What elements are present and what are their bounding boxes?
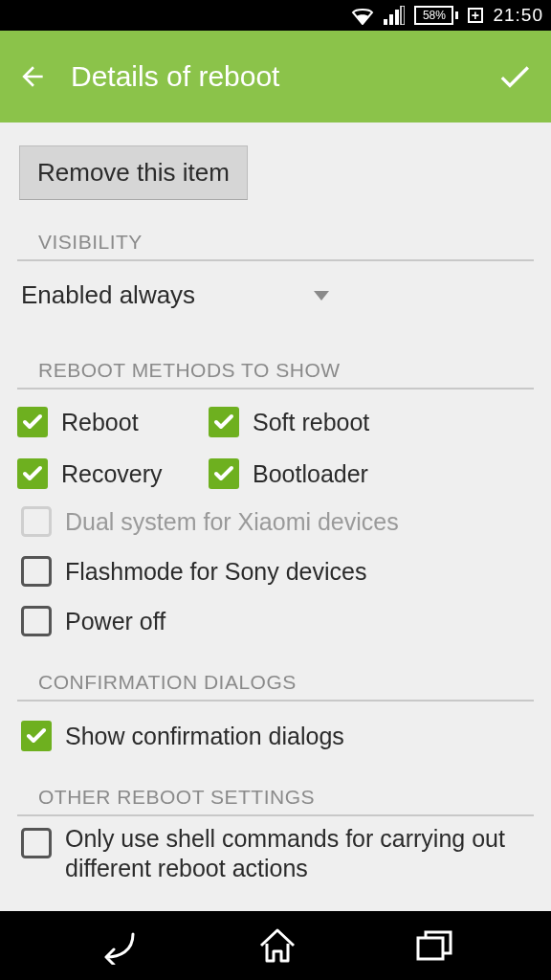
checkbox-unchecked-icon [21, 556, 52, 587]
checkbox-checked-icon [21, 721, 52, 751]
checkbox-show-confirmation[interactable]: Show confirmation dialogs [17, 711, 534, 761]
app-bar: Details of reboot [0, 31, 551, 122]
checkbox-label: Reboot [61, 409, 139, 436]
wifi-icon [351, 6, 374, 25]
navigation-bar [0, 911, 551, 980]
checkbox-label: Flashmode for Sony devices [65, 558, 366, 586]
checkbox-label: Dual system for Xiaomi devices [65, 508, 399, 536]
svg-rect-10 [23, 608, 51, 635]
svg-rect-0 [384, 19, 387, 25]
nav-recent-icon[interactable] [414, 926, 454, 965]
checkbox-label: Only use shell commands for carrying out… [65, 824, 530, 884]
checkbox-dual-system: Dual system for Xiaomi devices [17, 497, 534, 546]
checkbox-power-off[interactable]: Power off [17, 596, 534, 646]
checkbox-unchecked-icon [21, 506, 52, 537]
remove-item-button[interactable]: Remove this item [19, 145, 248, 200]
back-arrow-icon[interactable] [17, 61, 48, 92]
confirm-check-icon[interactable] [496, 57, 534, 96]
signal-icon [384, 6, 405, 25]
nav-back-icon[interactable] [97, 926, 141, 965]
status-time: 21:50 [493, 5, 543, 26]
checkbox-soft-reboot[interactable]: Soft reboot [209, 399, 534, 445]
status-bar: 58% + 21:50 [0, 0, 551, 31]
checkbox-label: Recovery [61, 460, 163, 488]
checkbox-checked-icon [209, 458, 239, 489]
svg-rect-2 [395, 10, 399, 25]
checkbox-label: Show confirmation dialogs [65, 723, 344, 750]
nav-home-icon[interactable] [257, 926, 298, 965]
svg-rect-13 [418, 938, 443, 959]
svg-rect-8 [23, 508, 51, 536]
svg-rect-1 [389, 14, 393, 25]
checkbox-checked-icon [17, 458, 48, 489]
svg-rect-9 [23, 558, 51, 586]
checkbox-checked-icon [17, 407, 48, 437]
checkbox-label: Power off [65, 608, 165, 635]
checkbox-checked-icon [209, 407, 239, 437]
checkbox-label: Soft reboot [253, 409, 369, 436]
visibility-value: Enabled always [21, 280, 195, 310]
battery-percent: 58% [423, 9, 446, 22]
visibility-dropdown[interactable]: Enabled always [17, 275, 534, 324]
checkbox-bootloader[interactable]: Bootloader [209, 451, 534, 497]
checkbox-unchecked-icon [21, 606, 52, 636]
section-header-other: OTHER REBOOT SETTINGS [17, 761, 534, 816]
chevron-down-icon [314, 287, 329, 304]
page-title: Details of reboot [71, 60, 496, 93]
section-header-visibility: VISIBILITY [17, 210, 534, 261]
section-header-confirm: CONFIRMATION DIALOGS [17, 646, 534, 702]
checkbox-shell-commands[interactable]: Only use shell commands for carrying out… [0, 816, 551, 884]
battery-indicator: 58% [414, 6, 458, 25]
checkbox-label: Bootloader [253, 460, 368, 488]
plus-icon: + [468, 8, 483, 23]
section-header-methods: REBOOT METHODS TO SHOW [17, 334, 534, 390]
checkbox-reboot[interactable]: Reboot [17, 399, 209, 445]
checkbox-flashmode[interactable]: Flashmode for Sony devices [17, 546, 534, 596]
content-scroll[interactable]: Remove this item VISIBILITY Enabled alwa… [0, 122, 551, 911]
checkbox-recovery[interactable]: Recovery [17, 451, 209, 497]
svg-rect-12 [23, 830, 51, 858]
svg-rect-3 [401, 6, 405, 25]
checkbox-unchecked-icon [21, 828, 52, 858]
